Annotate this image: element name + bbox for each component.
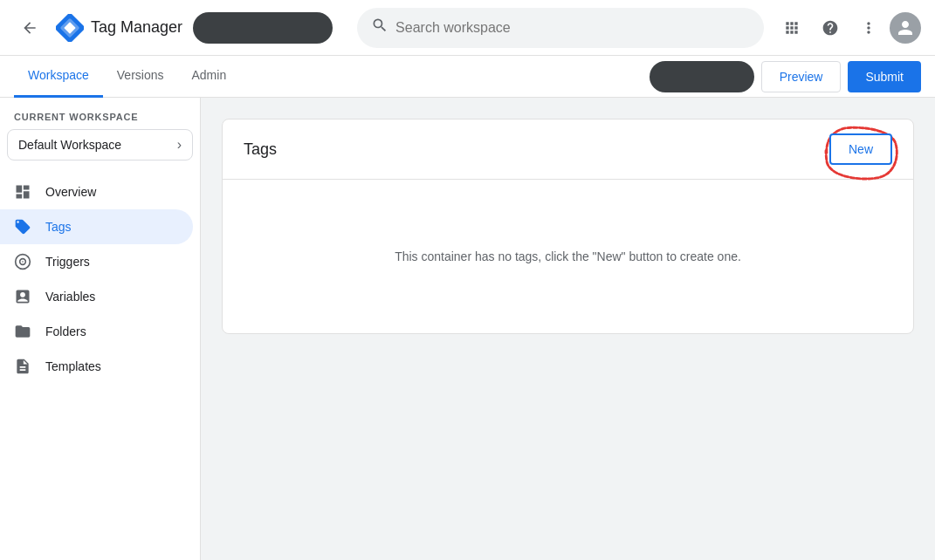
search-bar[interactable] <box>357 8 764 48</box>
templates-icon <box>14 358 31 375</box>
logo-container: Tag Manager <box>56 14 182 42</box>
workspace-name: Default Workspace <box>18 138 121 152</box>
sidebar-item-templates[interactable]: Templates <box>0 349 193 384</box>
card-title: Tags <box>244 140 277 159</box>
empty-message: This container has no tags, click the "N… <box>395 249 741 263</box>
card-header: Tags New <box>223 120 913 180</box>
overview-icon <box>14 183 31 201</box>
topbar: Tag Manager <box>0 0 935 56</box>
sidebar-item-folders[interactable]: Folders <box>0 314 193 349</box>
chevron-right-icon: › <box>177 137 182 153</box>
svg-point-5 <box>22 261 24 263</box>
navtabs-right: Preview Submit <box>650 61 921 92</box>
search-input[interactable] <box>395 20 750 36</box>
sidebar-label-triggers: Triggers <box>45 255 90 269</box>
workspace-nav-pill[interactable] <box>650 61 754 92</box>
sidebar-label-variables: Variables <box>45 290 95 304</box>
sidebar-label-tags: Tags <box>45 220 72 234</box>
navtabs: Workspace Versions Admin Preview Submit <box>0 56 935 98</box>
avatar-button[interactable] <box>890 12 921 44</box>
variables-icon <box>14 288 31 305</box>
empty-state: This container has no tags, click the "N… <box>223 180 913 333</box>
tab-workspace[interactable]: Workspace <box>14 56 103 98</box>
tags-card: Tags New This container has no tags, cli… <box>222 119 914 334</box>
layout: CURRENT WORKSPACE Default Workspace › Ov… <box>0 98 935 560</box>
topbar-actions <box>774 10 921 45</box>
search-icon <box>371 17 388 38</box>
folders-icon <box>14 323 31 340</box>
sidebar-item-variables[interactable]: Variables <box>0 279 193 314</box>
preview-button[interactable]: Preview <box>761 61 842 92</box>
new-button-container: New <box>829 133 892 165</box>
submit-button[interactable]: Submit <box>848 61 921 92</box>
apps-button[interactable] <box>774 10 809 45</box>
back-button[interactable] <box>14 12 45 44</box>
sidebar-item-triggers[interactable]: Triggers <box>0 244 193 279</box>
sidebar-label-folders: Folders <box>45 324 86 338</box>
new-button[interactable]: New <box>829 133 892 165</box>
sidebar-item-tags[interactable]: Tags <box>0 209 193 244</box>
help-button[interactable] <box>813 10 848 45</box>
app-title: Tag Manager <box>91 18 182 37</box>
tab-admin[interactable]: Admin <box>177 56 240 98</box>
tags-icon <box>14 218 31 236</box>
more-options-button[interactable] <box>851 10 886 45</box>
triggers-icon <box>14 253 31 270</box>
sidebar: CURRENT WORKSPACE Default Workspace › Ov… <box>0 98 201 560</box>
gtm-logo <box>56 14 84 42</box>
tab-versions[interactable]: Versions <box>103 56 178 98</box>
current-workspace-label: CURRENT WORKSPACE <box>0 112 200 129</box>
workspace-selector[interactable]: Default Workspace › <box>7 129 193 160</box>
account-pill[interactable] <box>193 12 333 44</box>
main-content: Tags New This container has no tags, cli… <box>201 98 935 560</box>
sidebar-label-overview: Overview <box>45 185 96 199</box>
sidebar-label-templates: Templates <box>45 359 101 373</box>
sidebar-item-overview[interactable]: Overview <box>0 174 193 209</box>
